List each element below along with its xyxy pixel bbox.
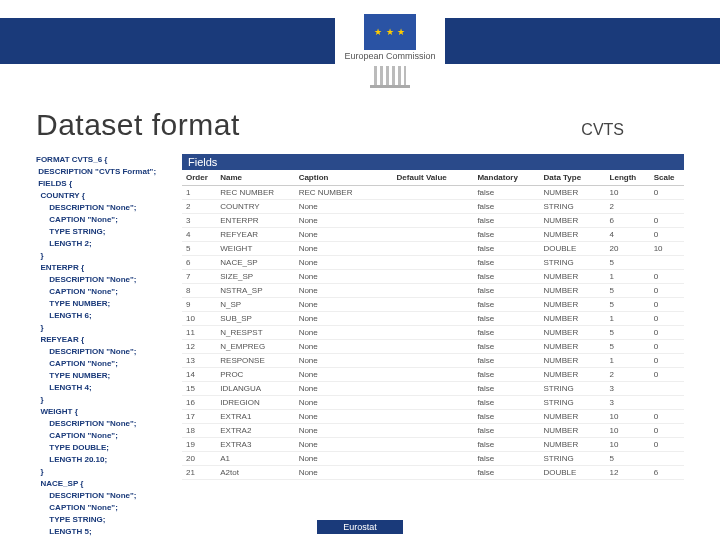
cell-mand: false [473,354,539,368]
cell-sca: 10 [650,242,684,256]
cell-caption: None [295,424,393,438]
cell-name: NACE_SP [216,256,294,270]
cell-name: IDREGION [216,396,294,410]
table-row: 1REC NUMBERREC NUMBERfalseNUMBER100 [182,186,684,200]
cell-order: 16 [182,396,216,410]
cell-order: 15 [182,382,216,396]
cell-sca: 0 [650,340,684,354]
cell-len: 10 [606,438,650,452]
cell-caption: None [295,242,393,256]
cell-name: ENTERPR [216,214,294,228]
cell-len: 2 [606,368,650,382]
cell-sca: 0 [650,410,684,424]
cell-sca: 0 [650,354,684,368]
cell-def [393,368,474,382]
cell-type: STRING [539,382,605,396]
table-row: 6NACE_SPNonefalseSTRING5 [182,256,684,270]
col-datatype: Data Type [539,170,605,186]
cell-order: 1 [182,186,216,200]
cell-caption: REC NUMBER [295,186,393,200]
cell-mand: false [473,326,539,340]
cell-len: 5 [606,256,650,270]
cell-mand: false [473,466,539,480]
cell-len: 3 [606,396,650,410]
cell-order: 11 [182,326,216,340]
cell-caption: None [295,284,393,298]
cell-len: 20 [606,242,650,256]
cell-type: NUMBER [539,410,605,424]
cell-type: STRING [539,200,605,214]
cell-type: DOUBLE [539,466,605,480]
cell-caption: None [295,382,393,396]
cell-name: REC NUMBER [216,186,294,200]
table-row: 14PROCNonefalseNUMBER20 [182,368,684,382]
cell-mand: false [473,270,539,284]
cell-mand: false [473,298,539,312]
cell-mand: false [473,256,539,270]
cell-caption: None [295,340,393,354]
cell-mand: false [473,312,539,326]
cell-name: N_SP [216,298,294,312]
cell-name: N_RESPST [216,326,294,340]
fields-panel: Fields Order Name Caption Default Value … [182,154,684,538]
cell-len: 6 [606,214,650,228]
cell-sca [650,396,684,410]
table-row: 2COUNTRYNonefalseSTRING2 [182,200,684,214]
table-row: 21A2totNonefalseDOUBLE126 [182,466,684,480]
cell-caption: None [295,466,393,480]
cell-type: NUMBER [539,368,605,382]
cell-def [393,452,474,466]
cell-order: 17 [182,410,216,424]
cell-len: 1 [606,270,650,284]
cell-len: 1 [606,354,650,368]
cell-sca [650,256,684,270]
cell-type: NUMBER [539,312,605,326]
format-code: FORMAT CVTS_6 { DESCRIPTION "CVTS Format… [36,154,174,538]
table-row: 19EXTRA3NonefalseNUMBER100 [182,438,684,452]
cell-mand: false [473,214,539,228]
cell-caption: None [295,270,393,284]
cell-len: 5 [606,326,650,340]
cell-caption: None [295,200,393,214]
cell-def [393,340,474,354]
cell-type: NUMBER [539,298,605,312]
cell-caption: None [295,410,393,424]
cell-len: 12 [606,466,650,480]
table-row: 15IDLANGUANonefalseSTRING3 [182,382,684,396]
cell-type: STRING [539,256,605,270]
logo-caption: European Commission [344,52,435,62]
cell-len: 10 [606,186,650,200]
cell-def [393,298,474,312]
cell-caption: None [295,354,393,368]
cell-def [393,382,474,396]
cell-caption: None [295,396,393,410]
cell-def [393,200,474,214]
cell-type: NUMBER [539,186,605,200]
cell-caption: None [295,256,393,270]
col-caption: Caption [295,170,393,186]
cell-caption: None [295,438,393,452]
cell-len: 3 [606,382,650,396]
cell-def [393,424,474,438]
cell-sca: 0 [650,368,684,382]
cell-def [393,326,474,340]
cell-sca: 0 [650,284,684,298]
cell-mand: false [473,396,539,410]
cell-sca [650,200,684,214]
cell-order: 8 [182,284,216,298]
cell-len: 2 [606,200,650,214]
cell-def [393,396,474,410]
cell-name: REFYEAR [216,228,294,242]
cell-mand: false [473,452,539,466]
cell-order: 12 [182,340,216,354]
cell-order: 19 [182,438,216,452]
table-row: 18EXTRA2NonefalseNUMBER100 [182,424,684,438]
cell-order: 2 [182,200,216,214]
cell-type: NUMBER [539,270,605,284]
cell-caption: None [295,368,393,382]
cell-def [393,242,474,256]
cell-len: 5 [606,340,650,354]
col-default: Default Value [393,170,474,186]
cell-order: 21 [182,466,216,480]
table-row: 5WEIGHTNonefalseDOUBLE2010 [182,242,684,256]
